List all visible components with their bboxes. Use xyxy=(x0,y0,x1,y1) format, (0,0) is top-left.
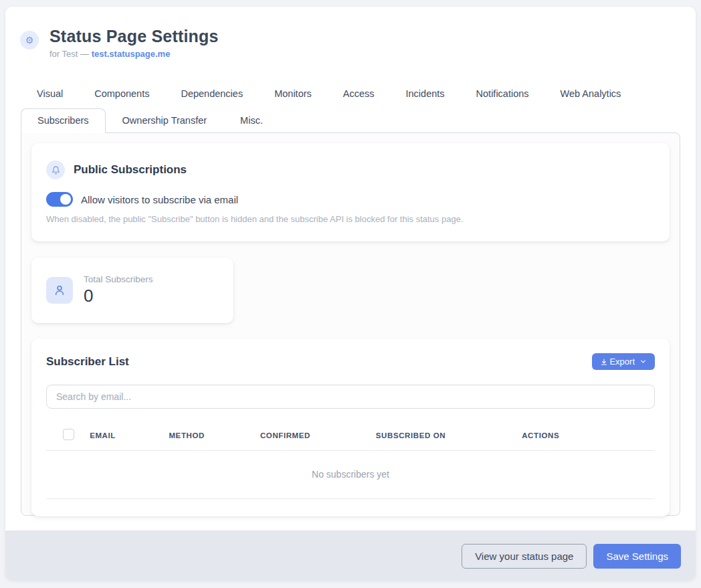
tab-dependencies[interactable]: Dependencies xyxy=(181,88,243,99)
search-input[interactable] xyxy=(46,385,655,409)
tab-subscribers[interactable]: Subscribers xyxy=(21,108,106,133)
tab-monitors[interactable]: Monitors xyxy=(274,88,312,99)
column-subscribed-on: Subscribed On xyxy=(372,423,518,451)
tab-misc[interactable]: Misc. xyxy=(223,108,280,132)
tabs: Visual Components Dependencies Monitors … xyxy=(5,88,696,132)
subscriber-list-card: Subscriber List Export Email Method Conf… xyxy=(31,338,670,516)
save-settings-button[interactable]: Save Settings xyxy=(593,544,681,569)
page-header: ⚙ Status Page Settings for Test — test.s… xyxy=(5,7,696,59)
tab-notifications[interactable]: Notifications xyxy=(476,88,529,99)
public-subscriptions-title: Public Subscriptions xyxy=(74,163,187,177)
public-subscriptions-card: Public Subscriptions Allow visitors to s… xyxy=(31,143,670,241)
toggle-knob xyxy=(60,194,71,205)
column-actions: Actions xyxy=(518,423,655,451)
table-header-row: Email Method Confirmed Subscribed On Act… xyxy=(46,423,655,451)
public-subscriptions-header: Public Subscriptions xyxy=(46,161,655,179)
subscribe-toggle-label: Allow visitors to subscribe via email xyxy=(81,194,238,205)
tab-components[interactable]: Components xyxy=(94,88,149,99)
subscribe-toggle[interactable] xyxy=(46,192,73,207)
column-email: Email xyxy=(86,423,165,451)
subscriber-list-title: Subscriber List xyxy=(46,355,129,369)
footer-bar: View your status page Save Settings xyxy=(5,530,696,581)
view-status-page-button[interactable]: View your status page xyxy=(462,544,587,569)
tab-row-2: Subscribers Ownership Transfer Misc. xyxy=(21,108,680,132)
subscribe-toggle-row: Allow visitors to subscribe via email xyxy=(46,192,655,207)
tab-visual[interactable]: Visual xyxy=(37,88,63,99)
select-all-checkbox[interactable] xyxy=(63,429,74,440)
status-page-link[interactable]: test.statuspage.me xyxy=(92,49,171,59)
tab-row-1: Visual Components Dependencies Monitors … xyxy=(21,88,680,108)
empty-state-message: No subscribers yet xyxy=(46,451,655,499)
page-subtitle: for Test — test.statuspage.me xyxy=(49,49,219,59)
empty-state-row: No subscribers yet xyxy=(46,451,655,499)
tab-web-analytics[interactable]: Web Analytics xyxy=(561,88,621,99)
gear-icon: ⚙ xyxy=(20,31,39,50)
subscribers-panel: Public Subscriptions Allow visitors to s… xyxy=(21,132,680,516)
person-icon xyxy=(46,277,73,304)
page-title: Status Page Settings xyxy=(49,27,219,46)
export-button[interactable]: Export xyxy=(592,353,655,370)
column-method: Method xyxy=(165,423,256,451)
tab-access[interactable]: Access xyxy=(343,88,375,99)
total-subscribers-card: Total Subscribers 0 xyxy=(31,258,233,323)
tab-incidents[interactable]: Incidents xyxy=(406,88,445,99)
stat-text: Total Subscribers 0 xyxy=(84,274,153,306)
column-confirmed: Confirmed xyxy=(256,423,372,451)
header-text: Status Page Settings for Test — test.sta… xyxy=(49,27,219,59)
chevron-down-icon xyxy=(639,358,647,365)
status-page-settings-window: ⚙ Status Page Settings for Test — test.s… xyxy=(5,7,696,581)
export-button-label: Export xyxy=(609,357,635,367)
download-icon xyxy=(600,358,608,366)
subscriber-list-header: Subscriber List Export xyxy=(46,353,655,370)
subscribers-table: Email Method Confirmed Subscribed On Act… xyxy=(46,423,655,499)
subtitle-prefix: for Test — xyxy=(49,49,92,59)
total-subscribers-label: Total Subscribers xyxy=(84,274,153,284)
tab-ownership-transfer[interactable]: Ownership Transfer xyxy=(106,108,224,132)
bell-icon xyxy=(46,161,65,179)
total-subscribers-value: 0 xyxy=(84,286,153,306)
subscribe-helper-text: When disabled, the public "Subscribe" bu… xyxy=(46,214,655,224)
